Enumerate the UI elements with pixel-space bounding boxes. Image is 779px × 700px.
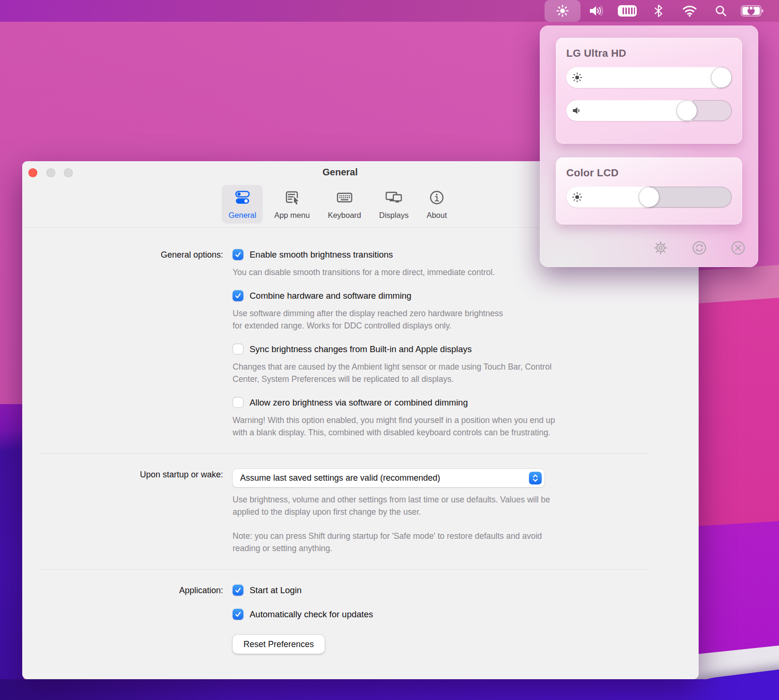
display-name: Color LCD bbox=[566, 167, 732, 179]
option-description: Warning! With this option enabled, you m… bbox=[233, 414, 699, 439]
section-divider bbox=[39, 453, 648, 454]
startup-description: Use brightness, volume and other setting… bbox=[233, 493, 699, 518]
tab-label: App menu bbox=[274, 211, 310, 220]
checkbox-checked[interactable] bbox=[233, 249, 243, 260]
wallpaper-bottom-strip bbox=[0, 679, 779, 700]
brightness-slider[interactable] bbox=[566, 187, 732, 207]
brightness-slider[interactable] bbox=[566, 67, 732, 88]
close-circle-icon[interactable] bbox=[729, 239, 747, 257]
displays-icon bbox=[384, 188, 403, 209]
toggles-icon bbox=[233, 188, 252, 209]
battery-charging-icon bbox=[740, 4, 764, 17]
section-label: Application: bbox=[22, 585, 233, 654]
option-description: You can disable smooth transitions for a… bbox=[233, 266, 699, 278]
tab-app-menu[interactable]: App menu bbox=[268, 185, 316, 224]
section-divider bbox=[39, 569, 648, 570]
checkbox-row-sync-brightness[interactable]: Sync brightness changes from Built-in an… bbox=[233, 344, 699, 354]
slider-knob[interactable] bbox=[677, 101, 697, 121]
tab-displays[interactable]: Displays bbox=[372, 185, 415, 224]
checkbox-checked[interactable] bbox=[233, 290, 243, 301]
keyboard-backlight-icon bbox=[617, 4, 638, 17]
wallpaper-left-swirl bbox=[0, 404, 24, 700]
display-card-lg-ultra-hd: LG Ultra HD bbox=[556, 38, 742, 144]
tab-label: Keyboard bbox=[328, 211, 361, 220]
checkbox-row-start-at-login[interactable]: Start at Login bbox=[233, 585, 699, 596]
checkbox-checked[interactable] bbox=[233, 585, 243, 596]
checkbox-row-combine-dimming[interactable]: Combine hardware and software dimming bbox=[233, 290, 699, 301]
wifi-icon bbox=[682, 5, 697, 17]
gear-icon[interactable] bbox=[652, 239, 669, 257]
sun-icon bbox=[572, 192, 582, 204]
menubar-bluetooth-item[interactable] bbox=[643, 0, 674, 22]
checkbox-label: Combine hardware and software dimming bbox=[250, 291, 411, 301]
display-card-color-lcd: Color LCD bbox=[556, 157, 742, 225]
menubar-wifi-item[interactable] bbox=[674, 0, 705, 22]
checkbox-label: Start at Login bbox=[250, 585, 302, 596]
refresh-icon[interactable] bbox=[691, 239, 708, 257]
section-label: General options: bbox=[22, 249, 233, 450]
menubar-battery-item[interactable] bbox=[736, 0, 768, 22]
tab-general[interactable]: General bbox=[222, 185, 263, 224]
checkbox-checked[interactable] bbox=[233, 609, 243, 620]
tab-keyboard[interactable]: Keyboard bbox=[321, 185, 368, 224]
popover-actions bbox=[540, 239, 758, 257]
menu-bar bbox=[0, 0, 779, 22]
checkbox-row-zero-brightness[interactable]: Allow zero brightness via software or co… bbox=[233, 397, 699, 408]
menubar-brightness-item[interactable] bbox=[545, 0, 580, 22]
menubar-search-item[interactable] bbox=[705, 0, 736, 22]
speaker-icon bbox=[572, 105, 582, 118]
settings-content: General options: Enable smooth brightnes… bbox=[22, 228, 699, 679]
displays-popover: LG Ultra HD bbox=[540, 26, 758, 267]
brightness-icon bbox=[556, 4, 569, 17]
sun-icon bbox=[572, 72, 582, 85]
tab-label: Displays bbox=[379, 211, 408, 220]
checkbox-label: Enable smooth brightness transitions bbox=[250, 250, 393, 260]
checkbox-label: Allow zero brightness via software or co… bbox=[250, 398, 468, 408]
slider-knob[interactable] bbox=[639, 187, 659, 207]
menubar-keyboard-backlight-item[interactable] bbox=[612, 0, 643, 22]
tab-label: General bbox=[228, 211, 256, 220]
bluetooth-icon bbox=[654, 4, 663, 17]
checkbox-unchecked[interactable] bbox=[233, 344, 243, 354]
display-name: LG Ultra HD bbox=[566, 47, 732, 60]
tab-label: About bbox=[426, 211, 447, 220]
checkbox-label: Sync brightness changes from Built-in an… bbox=[250, 344, 472, 354]
keyboard-icon bbox=[335, 188, 354, 209]
option-description: Changes that are caused by the Ambient l… bbox=[233, 361, 699, 385]
checkbox-unchecked[interactable] bbox=[233, 397, 243, 408]
info-circle-icon bbox=[427, 188, 446, 209]
menubar-volume-item[interactable] bbox=[580, 0, 612, 22]
chevron-up-down-icon bbox=[529, 472, 542, 484]
slider-fill bbox=[566, 100, 692, 121]
select-value: Assume last saved settings are valid (re… bbox=[240, 473, 440, 483]
volume-icon bbox=[589, 5, 603, 17]
checkbox-label: Automatically check for updates bbox=[250, 609, 373, 620]
document-cursor-icon bbox=[283, 188, 302, 209]
section-label: Upon startup or wake: bbox=[22, 469, 233, 566]
startup-behavior-select[interactable]: Assume last saved settings are valid (re… bbox=[233, 469, 545, 487]
tab-about[interactable]: About bbox=[420, 185, 453, 224]
option-description: Use software dimming after the display r… bbox=[233, 307, 699, 332]
volume-slider[interactable] bbox=[566, 100, 732, 121]
search-icon bbox=[715, 5, 727, 17]
reset-preferences-button[interactable]: Reset Preferences bbox=[233, 635, 325, 654]
checkbox-row-auto-updates[interactable]: Automatically check for updates bbox=[233, 609, 699, 620]
slider-fill bbox=[566, 67, 732, 88]
startup-note: Note: you can press Shift during startup… bbox=[233, 530, 699, 554]
slider-knob[interactable] bbox=[711, 68, 731, 87]
